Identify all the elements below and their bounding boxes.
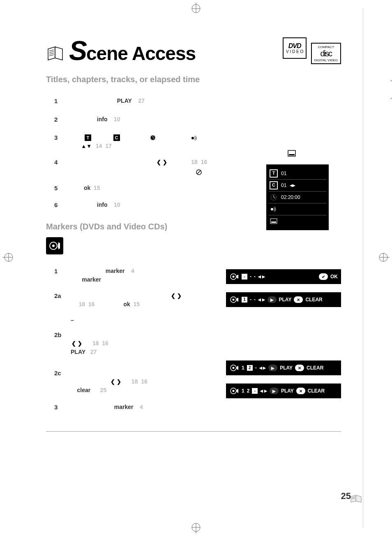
step-5: 5 xxxx ok 15 bbox=[54, 184, 341, 193]
clear-icon: ✕ bbox=[296, 388, 305, 394]
marker-osd-bar-4: 1 2 - ◀ ▶ ▶ PLAY ✕ CLEAR bbox=[226, 384, 341, 398]
marker-osd-bar-3: 1 2 - ◀ ▶ ▶ PLAY ✕ CLEAR bbox=[226, 360, 341, 375]
page-title: Scene Access bbox=[69, 37, 196, 64]
marker-camera-icon-small bbox=[229, 363, 239, 373]
marker-camera-icon-small bbox=[229, 295, 239, 305]
osd-row-subtitle bbox=[269, 215, 326, 227]
crop-mark-left bbox=[2, 251, 15, 263]
page-edge-guide bbox=[363, 8, 363, 528]
marker-osd-bar-1: - - - ◀ ▶ ✔ OK bbox=[226, 269, 341, 284]
svg-point-37 bbox=[233, 276, 235, 278]
svg-marker-38 bbox=[237, 275, 238, 279]
header-row: Scene Access DVDV I D E O COMPACTdiscDIG… bbox=[46, 37, 341, 64]
language-tab-gb: GB bbox=[390, 80, 392, 99]
marker-osd-bar-2: 1 - - ◀ ▶ ▶ PLAY ✕ CLEAR bbox=[226, 292, 341, 307]
step-1: 1 xxxxxxxxxxxxxxx PLAY 27 bbox=[54, 97, 341, 106]
page-book-icon bbox=[350, 494, 362, 504]
play-icon: ▶ bbox=[268, 365, 277, 371]
svg-marker-41 bbox=[237, 298, 238, 302]
step-6: 6 xxxxxxxx info 10 bbox=[54, 201, 341, 210]
book-icon bbox=[46, 44, 67, 64]
svg-line-30 bbox=[197, 171, 201, 174]
page-number: 25 bbox=[341, 491, 351, 501]
step-2: 2 xxxxxxxx info 10 bbox=[54, 115, 341, 125]
svg-point-46 bbox=[233, 390, 235, 392]
svg-point-28 bbox=[191, 137, 194, 139]
svg-point-32 bbox=[52, 245, 55, 247]
subtitle-icon-small bbox=[270, 217, 278, 225]
svg-marker-47 bbox=[237, 389, 238, 393]
section-heading-1: Titles, chapters, tracks, or elapsed tim… bbox=[46, 75, 341, 84]
format-logos: DVDV I D E O COMPACTdiscDIGITAL VIDEO bbox=[280, 37, 341, 64]
play-icon: ▶ bbox=[270, 388, 279, 394]
svg-point-40 bbox=[233, 299, 235, 301]
marker-camera-icon-small bbox=[229, 272, 239, 282]
step-3: 3 xxxx T xxxxxx C xxxxxxxxx xxxxxxxxxxx … bbox=[54, 133, 341, 150]
compact-disc-logo: COMPACTdiscDIGITAL VIDEO bbox=[311, 43, 341, 64]
prohibit-icon bbox=[196, 169, 202, 175]
ok-icon: ✔ bbox=[319, 273, 328, 280]
svg-rect-22 bbox=[270, 219, 277, 224]
play-icon: ▶ bbox=[267, 296, 277, 303]
dvd-video-logo: DVDV I D E O bbox=[283, 37, 307, 59]
svg-marker-33 bbox=[58, 243, 60, 249]
title-rest: cene Access bbox=[86, 43, 196, 64]
crop-mark-right bbox=[377, 251, 390, 263]
marker-step-3: 3 xxxxxxxxxxxxxx marker 4 bbox=[54, 403, 214, 412]
title-letter: S bbox=[69, 37, 86, 64]
crop-mark-bottom bbox=[190, 521, 202, 534]
svg-point-43 bbox=[233, 367, 235, 369]
chapter-icon: C bbox=[113, 134, 120, 141]
marker-camera-icon bbox=[46, 237, 63, 254]
clear-icon: ✕ bbox=[295, 365, 304, 371]
marker-camera-icon-small bbox=[229, 386, 239, 396]
speaker-icon bbox=[191, 135, 198, 141]
svg-rect-23 bbox=[271, 222, 276, 223]
marker-step-1: 1 xxxxxxxxxxx marker 4 marker bbox=[54, 267, 214, 284]
title-icon: T bbox=[85, 134, 91, 141]
marker-dash: – bbox=[54, 316, 214, 325]
marker-step-2b: 2b xxxxxxxxxxxxxxxxxxxxxxxxxxxxxxxxx ❮ ❯… bbox=[54, 330, 214, 356]
step-4: 4 xxxxxxxxxxxxxxxxxxxxxxxxxxxxx ❮ ❯ xxxx… bbox=[54, 158, 341, 176]
bottom-rule bbox=[46, 431, 341, 432]
svg-marker-44 bbox=[237, 366, 238, 370]
marker-step-2a: 2a xxxxxxxxxxxxxxxxxxxxxxxxxxxxxxxxxx ❮ … bbox=[54, 291, 214, 309]
clock-icon bbox=[150, 134, 156, 141]
marker-step-2c: 2c xxxxxxxxxxxxxxxxxxxxxxxxxxxxxx xxxxxx… bbox=[54, 369, 214, 395]
clear-icon: ✕ bbox=[294, 296, 303, 303]
crop-mark-top bbox=[190, 2, 202, 15]
